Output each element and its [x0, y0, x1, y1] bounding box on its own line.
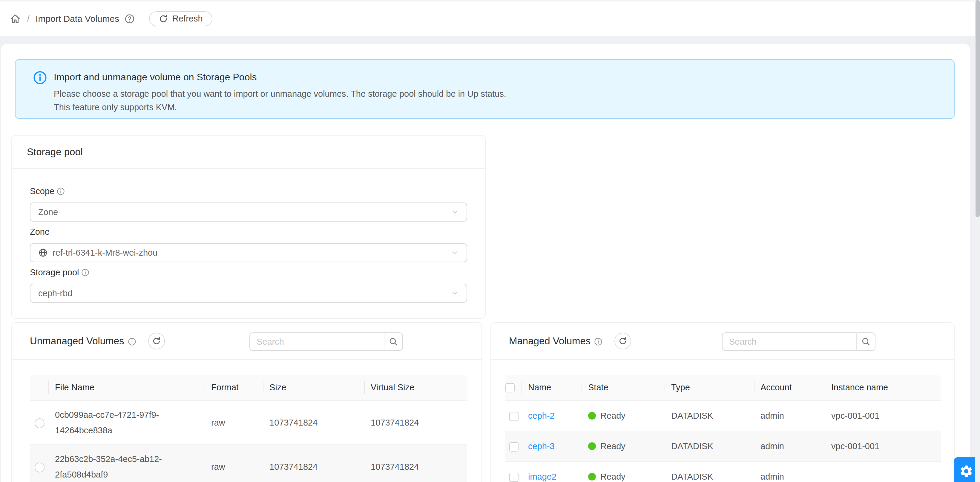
scope-select[interactable]: Zone — [30, 202, 467, 221]
cell-file-name: 22b63c2b-352a-4ec5-ab12-2fa508d4baf9 — [49, 445, 205, 482]
table-row: 22b63c2b-352a-4ec5-ab12-2fa508d4baf9 raw… — [30, 445, 467, 482]
radio-column-header — [30, 375, 49, 401]
alert-description: Please choose a storage pool that you wa… — [54, 87, 506, 114]
cell-type: DATADISK — [665, 461, 754, 482]
scope-select-value: Zone — [38, 207, 58, 217]
select-all-checkbox[interactable] — [505, 383, 515, 392]
zone-select-value: ref-trl-6341-k-Mr8-wei-zhou — [52, 248, 158, 258]
column-header-file-name: File Name — [49, 375, 205, 401]
cell-account: admin — [754, 461, 825, 482]
storage-pool-info-icon[interactable] — [81, 269, 89, 277]
table-row: 0cb099aa-cc7e-4721-97f9-14264bce838a raw… — [30, 401, 467, 445]
breadcrumb-separator: / — [27, 14, 30, 24]
unmanaged-volumes-table: File Name Format Size Virtual Size 0cb09… — [30, 375, 467, 482]
scope-info-icon[interactable] — [57, 187, 65, 195]
cell-file-name: 0cb099aa-cc7e-4721-97f9-14264bce838a — [49, 401, 205, 445]
table-header-row: Name State Type Account Instance name — [505, 375, 941, 401]
table-row: ceph-2 Ready DATADISK admin vpc-001-001 — [505, 401, 941, 431]
search-icon — [861, 337, 871, 347]
scope-label: Scope — [30, 186, 65, 197]
ready-status-dot — [588, 442, 596, 450]
managed-search-input[interactable] — [722, 332, 856, 351]
zone-label-text: Zone — [30, 227, 49, 237]
reload-icon — [159, 14, 168, 24]
row-checkbox[interactable] — [509, 412, 519, 421]
table-header-row: File Name Format Size Virtual Size — [30, 375, 467, 401]
cell-size: 1073741824 — [263, 401, 365, 445]
alert-title: Import and unmanage volume on Storage Po… — [54, 72, 257, 83]
storage-pool-card: Storage pool Scope Zone Zone ref-trl-634… — [11, 135, 486, 319]
search-icon — [388, 337, 398, 347]
volume-link[interactable]: image2 — [528, 472, 557, 481]
refresh-button[interactable]: Refresh — [149, 11, 212, 26]
column-header-size: Size — [263, 375, 365, 401]
cell-virtual-size: 1073741824 — [365, 445, 467, 482]
help-icon[interactable] — [124, 14, 135, 24]
ready-status-dot — [588, 412, 596, 420]
cell-instance-name: vpc-001-001 — [825, 431, 941, 461]
column-header-account: Account — [754, 375, 825, 401]
top-bar: / Import Data Volumes Refresh — [0, 0, 975, 36]
storage-pool-card-title: Storage pool — [12, 135, 485, 169]
alert-description-line2: This feature only supports KVM. — [54, 101, 506, 114]
refresh-label: Refresh — [172, 14, 203, 24]
column-header-virtual-size: Virtual Size — [365, 375, 467, 401]
chevron-down-icon — [451, 290, 459, 297]
managed-search-button[interactable] — [856, 332, 875, 351]
cell-size: 1073741824 — [263, 445, 365, 482]
cell-virtual-size: 1073741824 — [365, 401, 467, 445]
cell-account: admin — [754, 431, 825, 461]
volume-link[interactable]: ceph-2 — [528, 411, 555, 420]
unmanaged-search — [250, 332, 403, 351]
column-header-format: Format — [205, 375, 263, 401]
storage-pool-select[interactable]: ceph-rbd — [30, 284, 467, 303]
column-header-state: State — [582, 375, 665, 401]
chevron-down-icon — [451, 249, 459, 256]
storage-pool-label: Storage pool — [30, 267, 89, 278]
cell-type: DATADISK — [665, 431, 754, 461]
cell-instance-name: vpc-001-001 — [825, 401, 941, 431]
scope-label-text: Scope — [30, 186, 54, 196]
table-row: ceph-3 Ready DATADISK admin vpc-001-001 — [505, 431, 941, 461]
select-all-column-header — [505, 375, 522, 401]
ready-status-dot — [588, 473, 596, 480]
row-radio[interactable] — [35, 418, 45, 428]
volume-link[interactable]: ceph-3 — [528, 441, 555, 451]
managed-volumes-card: Managed Volumes Name State Type Account … — [490, 322, 955, 482]
table-row: image2 Ready DATADISK admin — [505, 461, 941, 482]
globe-icon — [38, 248, 48, 258]
row-checkbox[interactable] — [509, 473, 519, 482]
unmanaged-volumes-title: Unmanaged Volumes — [30, 336, 124, 347]
storage-pool-label-text: Storage pool — [30, 267, 79, 277]
managed-volumes-header: Managed Volumes — [491, 323, 954, 360]
row-radio[interactable] — [35, 463, 45, 472]
chevron-down-icon — [451, 208, 459, 216]
info-circle-icon — [33, 70, 47, 85]
alert-description-line1: Please choose a storage pool that you wa… — [54, 87, 506, 101]
zone-select[interactable]: ref-trl-6341-k-Mr8-wei-zhou — [30, 243, 467, 262]
zone-label: Zone — [30, 226, 49, 237]
managed-reload-button[interactable] — [614, 332, 631, 349]
row-checkbox[interactable] — [509, 442, 519, 452]
cell-type: DATADISK — [665, 401, 754, 431]
unmanaged-info-icon[interactable] — [128, 337, 136, 345]
scrollbar-thumb[interactable] — [975, 0, 980, 217]
unmanaged-volumes-card: Unmanaged Volumes File Name Format Size … — [11, 322, 482, 482]
storage-pool-select-value: ceph-rbd — [38, 288, 72, 298]
unmanaged-search-button[interactable] — [384, 332, 403, 351]
column-header-type: Type — [665, 375, 754, 401]
cell-instance-name — [825, 461, 941, 482]
cell-state: Ready — [600, 438, 625, 454]
home-icon[interactable] — [9, 13, 21, 25]
reload-icon — [618, 337, 627, 345]
cell-account: admin — [754, 401, 825, 431]
gear-icon — [959, 464, 974, 479]
managed-volumes-table: Name State Type Account Instance name ce… — [505, 375, 941, 482]
cell-state: Ready — [600, 408, 625, 423]
breadcrumb-current: Import Data Volumes — [35, 14, 119, 24]
managed-info-icon[interactable] — [594, 337, 603, 345]
unmanaged-volumes-header: Unmanaged Volumes — [12, 323, 482, 360]
unmanaged-reload-button[interactable] — [148, 332, 165, 349]
managed-search — [722, 332, 875, 351]
unmanaged-search-input[interactable] — [250, 332, 384, 351]
